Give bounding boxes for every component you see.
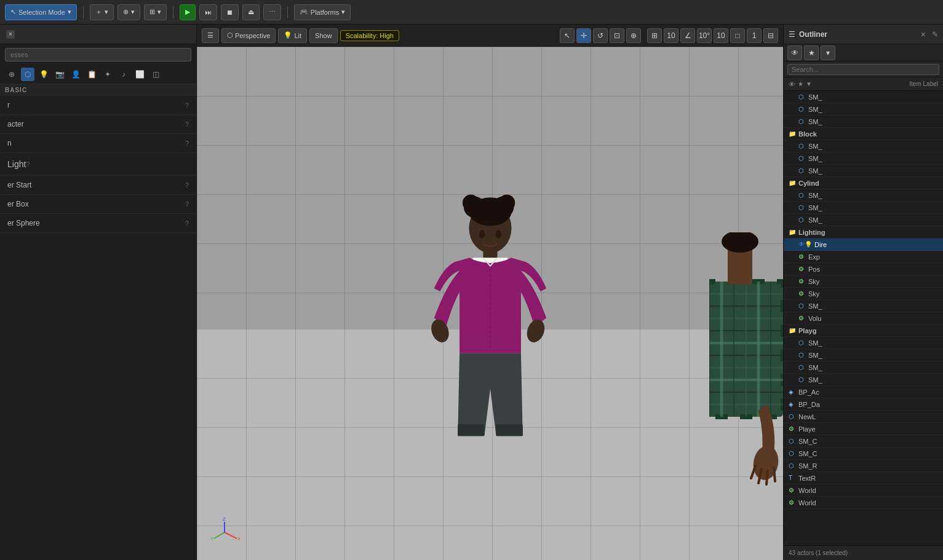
stop-button[interactable]: ⏹	[221, 4, 239, 20]
platforms-button[interactable]: 🎮 Platforms ▾	[294, 4, 351, 20]
tab-close-button[interactable]: ×	[6, 30, 15, 39]
outliner-item[interactable]: ⬡SM_	[784, 374, 943, 386]
outliner-item[interactable]: ⬡SM_C	[784, 435, 943, 448]
list-item-2[interactable]: n ?	[0, 134, 196, 153]
outliner-item[interactable]: ⬡SM_	[784, 140, 943, 152]
outliner-item[interactable]: ⬡SM_R	[784, 460, 943, 472]
scale-tool-btn[interactable]: ⊡	[610, 28, 624, 43]
layout-btn[interactable]: ⊟	[763, 28, 778, 43]
outliner-item[interactable]: ⚙World	[784, 497, 943, 509]
camera-category-btn[interactable]: 📷	[53, 68, 66, 81]
eject-button[interactable]: ⏏	[242, 4, 260, 20]
outliner-item[interactable]: ⬡SM_	[784, 214, 943, 226]
mesh-icon: ⬡	[798, 364, 808, 371]
outliner-item[interactable]: ⬡SM_	[784, 337, 943, 349]
trigger-category-btn[interactable]: ⬜	[133, 68, 146, 81]
list-item-help-5: ?	[185, 200, 189, 208]
outliner-item[interactable]: ◈BP_Ac	[784, 386, 943, 398]
skip-button[interactable]: ⏭	[199, 4, 217, 20]
snap-button[interactable]: ⊞ ▾	[144, 4, 167, 20]
outliner-item[interactable]: ⬡SM_	[784, 349, 943, 361]
outliner-item[interactable]: ⬡NewL	[784, 411, 943, 423]
more-options-button[interactable]: ⋯	[263, 4, 281, 20]
search-input[interactable]	[5, 48, 191, 61]
visibility-icon[interactable]: 👁	[798, 241, 805, 248]
outliner-item[interactable]: ⬡SM_	[784, 361, 943, 374]
list-item-5[interactable]: er Box ?	[0, 195, 196, 214]
outliner-filter-btn[interactable]: ▾	[821, 45, 835, 60]
outliner-item[interactable]: ⬡SM_	[784, 91, 943, 103]
outliner-item[interactable]: ⚙Sky	[784, 288, 943, 300]
outliner-item[interactable]: ⬡SM_	[784, 116, 943, 128]
transform-button[interactable]: ⊕ ▾	[117, 4, 140, 20]
outliner-eye-btn[interactable]: 👁	[787, 45, 802, 60]
add-button[interactable]: ＋ ▾	[90, 4, 114, 20]
aspect-val-btn[interactable]: 1	[747, 28, 762, 43]
outliner-item[interactable]: 📁Block	[784, 128, 943, 140]
outliner-star-btn[interactable]: ★	[804, 45, 819, 60]
mesh-category-btn[interactable]: ⬡	[21, 68, 34, 81]
angle-icon-btn[interactable]: ∠	[680, 28, 695, 43]
outliner-item[interactable]: ⬡SM_	[784, 103, 943, 116]
rotate-tool-btn[interactable]: ↺	[593, 28, 608, 43]
angle-value-btn[interactable]: 10°	[697, 28, 712, 43]
play-button[interactable]: ▶	[180, 4, 196, 20]
outliner-item[interactable]: ⚙World	[784, 484, 943, 497]
actor-category-btn[interactable]: 👤	[69, 68, 82, 81]
outliner-item[interactable]: ◈BP_Da	[784, 398, 943, 411]
camera-tool-btn[interactable]: ⊕	[626, 28, 641, 43]
outliner-pencil-button[interactable]: ✎	[932, 30, 938, 39]
list-item-0[interactable]: r ?	[0, 96, 196, 115]
outliner-item[interactable]: ⬡SM_	[784, 300, 943, 312]
outliner-item[interactable]: 📁Cylind	[784, 177, 943, 189]
outliner-item[interactable]: ⚙Volu	[784, 312, 943, 325]
viewport[interactable]: ☰ ⬡ Perspective 💡 Lit Show Scalability: …	[197, 25, 783, 560]
volume-category-btn[interactable]: ◫	[149, 68, 162, 81]
outliner-item[interactable]: 📁Playg	[784, 325, 943, 337]
outliner-item[interactable]: ⬡SM_C	[784, 448, 943, 460]
outliner-item-name: SM_	[808, 106, 941, 113]
outliner-item-name: SM_	[808, 192, 941, 199]
list-item-6[interactable]: er Sphere ?	[0, 214, 196, 233]
outliner-item[interactable]: 📁Lighting	[784, 226, 943, 239]
list-item-4[interactable]: er Start ?	[0, 176, 196, 195]
svg-point-8	[428, 317, 452, 344]
outliner-search-input[interactable]	[787, 64, 939, 75]
list-item-help-3: ?	[26, 160, 30, 168]
vfx-category-btn[interactable]: ✦	[101, 68, 114, 81]
select-tool-btn[interactable]: ↖	[560, 28, 575, 43]
outliner-item[interactable]: ⚙Playe	[784, 423, 943, 435]
outliner-item[interactable]: ⚙Pos	[784, 263, 943, 275]
outliner-item-name: BP_Da	[798, 401, 941, 408]
outliner-item[interactable]: ⬡SM_	[784, 202, 943, 214]
outliner-item[interactable]: ⬡SM_	[784, 152, 943, 165]
mesh-icon: ⬡	[789, 438, 798, 444]
outliner-item[interactable]: 👁💡Dire	[784, 239, 943, 251]
show-button[interactable]: Show	[309, 28, 338, 43]
move-tool-btn[interactable]: ✛	[576, 28, 591, 43]
outliner-item[interactable]: ⬡SM_	[784, 165, 943, 177]
bp-category-btn[interactable]: 📋	[85, 68, 98, 81]
outliner-item-name: SM_	[808, 216, 941, 224]
outliner-close-button[interactable]: ×	[921, 30, 926, 39]
lit-button[interactable]: 💡 Lit	[278, 28, 307, 43]
add-dropdown-arrow: ▾	[105, 8, 108, 16]
outliner-item[interactable]: TTextR	[784, 472, 943, 484]
scale-tool-val-btn[interactable]: 10	[714, 28, 728, 43]
viewport-menu-button[interactable]: ☰	[202, 28, 219, 43]
grid-view-btn[interactable]: ⊞	[647, 28, 662, 43]
outliner-item[interactable]: ⬡SM_	[784, 189, 943, 202]
perspective-button[interactable]: ⬡ Perspective	[221, 28, 276, 43]
all-category-btn[interactable]: ⊕	[5, 68, 18, 81]
aspect-tool-btn[interactable]: □	[730, 28, 745, 43]
list-item-label-0: r	[7, 101, 10, 109]
eject-icon: ⏏	[248, 8, 254, 16]
outliner-item[interactable]: ⚙Exp	[784, 251, 943, 263]
list-item-1[interactable]: acter ?	[0, 115, 196, 134]
light-category-btn[interactable]: 💡	[37, 68, 50, 81]
sound-category-btn[interactable]: ♪	[117, 68, 130, 81]
grid-size-btn[interactable]: 10	[664, 28, 678, 43]
list-item-3[interactable]: Light ?	[0, 153, 196, 176]
selection-mode-button[interactable]: ↖ Selection Mode ▾	[5, 4, 77, 20]
outliner-item[interactable]: ⚙Sky	[784, 275, 943, 288]
